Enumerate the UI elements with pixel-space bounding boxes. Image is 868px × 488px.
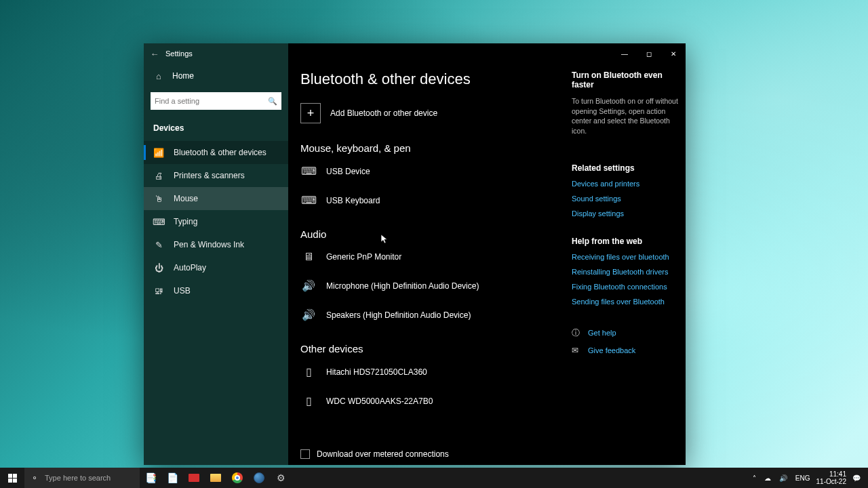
tray-language[interactable]: ENG [793, 474, 812, 482]
tip-heading: Turn on Bluetooth even faster [572, 70, 684, 89]
group-heading: Audio [300, 228, 558, 240]
get-help-link[interactable]: ⓘ Get help [572, 327, 684, 339]
nav-item-usb[interactable]: 🖳USB [144, 279, 288, 302]
metered-label: Download over metered connections [317, 449, 449, 459]
keyboard-icon: ⌨ [300, 165, 317, 178]
tip-body: To turn Bluetooth on or off without open… [572, 96, 684, 136]
help-link[interactable]: Sending files over Bluetooth [572, 298, 684, 306]
drive-icon: ▯ [300, 394, 317, 407]
titlebar: ← Settings ― ◻ ✕ [144, 43, 686, 64]
printers-icon: 🖨 [153, 170, 164, 181]
search-field[interactable]: 🔍 [151, 92, 281, 110]
device-row[interactable]: 🖥Generic PnP Monitor [300, 247, 558, 275]
device-name: Speakers (High Definition Audio Device) [326, 310, 471, 320]
get-help-label: Get help [588, 329, 616, 337]
device-name: WDC WD5000AAKS-22A7B0 [326, 396, 433, 406]
usb-icon: 🖳 [153, 285, 164, 296]
nav-label: USB [174, 286, 191, 296]
nav-item-autoplay[interactable]: ⏻AutoPlay [144, 256, 288, 279]
search-icon: 🔍 [268, 97, 277, 106]
device-name: Microphone (High Definition Audio Device… [326, 281, 479, 291]
taskbar: ⚬ Type here to search 📑 📄 ⚙ ˄ ☁ 🔊 ENG 11… [0, 468, 868, 488]
feedback-icon: ✉ [572, 346, 581, 355]
help-icon: ⓘ [572, 327, 581, 339]
autoplay-icon: ⏻ [153, 262, 164, 273]
start-button[interactable] [0, 468, 24, 488]
content-area: Bluetooth & other devices + Add Bluetoot… [288, 43, 686, 465]
nav-label: Mouse [174, 194, 198, 203]
checkbox-icon[interactable] [300, 449, 310, 459]
monitor-icon: 🖥 [300, 251, 317, 263]
maximize-button[interactable]: ◻ [637, 43, 661, 64]
tray-onedrive-icon[interactable]: ☁ [762, 474, 773, 482]
related-heading: Related settings [572, 163, 684, 173]
nav-label: Printers & scanners [174, 171, 245, 180]
mouse-icon: 🖱 [153, 193, 164, 204]
taskbar-search[interactable]: ⚬ Type here to search [24, 468, 140, 488]
related-link[interactable]: Devices and printers [572, 180, 684, 188]
section-heading: Devices [144, 119, 288, 141]
device-name: USB Keyboard [326, 196, 380, 205]
nav-label: Pen & Windows Ink [174, 240, 244, 249]
taskbar-app-4[interactable] [248, 468, 270, 488]
nav-label: Typing [174, 217, 197, 226]
device-name: USB Device [326, 167, 370, 176]
tray-date: 11-Oct-22 [816, 478, 846, 485]
bluetooth-icon: 📶 [153, 147, 164, 158]
plus-icon: + [300, 103, 321, 123]
device-row[interactable]: ▯WDC WD5000AAKS-22A7B0 [300, 390, 558, 420]
device-name: Generic PnP Monitor [326, 252, 401, 262]
metered-help-text: To help prevent extra charges, keep this… [300, 464, 524, 465]
nav-item-printers[interactable]: 🖨Printers & scanners [144, 164, 288, 187]
nav-item-typing[interactable]: ⌨Typing [144, 210, 288, 233]
help-link[interactable]: Fixing Bluetooth connections [572, 283, 684, 291]
minimize-button[interactable]: ― [612, 43, 637, 64]
device-name: Hitachi HDS721050CLA360 [326, 367, 427, 377]
add-device-button[interactable]: + Add Bluetooth or other device [300, 103, 558, 123]
tray-volume-icon[interactable]: 🔊 [777, 474, 789, 482]
sidebar: ⌂ Home 🔍 Devices 📶Bluetooth & other devi… [144, 43, 288, 465]
back-button[interactable]: ← [144, 49, 165, 59]
nav-label: AutoPlay [174, 263, 206, 272]
group-heading: Other devices [300, 343, 558, 354]
page-title: Bluetooth & other devices [300, 70, 558, 88]
nav-label: Bluetooth & other devices [174, 148, 267, 157]
taskbar-app-2[interactable]: 📄 [161, 468, 183, 488]
help-link[interactable]: Receiving files over bluetooth [572, 253, 684, 261]
group-heading: Mouse, keyboard, & pen [300, 142, 558, 154]
tray-time: 11:41 [816, 470, 846, 478]
pen-icon: ✎ [153, 239, 164, 250]
taskbar-chrome[interactable] [226, 468, 248, 488]
taskbar-app-1[interactable]: 📑 [140, 468, 161, 488]
window-title: Settings [165, 49, 193, 58]
device-row[interactable]: 🔊Microphone (High Definition Audio Devic… [300, 275, 558, 304]
nav-item-mouse[interactable]: 🖱Mouse [144, 187, 288, 210]
tray-chevron-icon[interactable]: ˄ [751, 474, 758, 482]
taskbar-settings[interactable]: ⚙ [270, 468, 292, 488]
taskbar-app-3[interactable] [183, 468, 205, 488]
give-feedback-link[interactable]: ✉ Give feedback [572, 346, 684, 355]
speaker-icon: 🔊 [300, 279, 317, 292]
device-row[interactable]: 🔊Speakers (High Definition Audio Device) [300, 304, 558, 333]
feedback-label: Give feedback [588, 346, 635, 354]
keyboard-icon: ⌨ [300, 194, 317, 207]
metered-checkbox-row[interactable]: Download over metered connections [300, 449, 558, 459]
typing-icon: ⌨ [153, 216, 164, 227]
help-link[interactable]: Reinstalling Bluetooth drivers [572, 268, 684, 276]
device-row[interactable]: ▯Hitachi HDS721050CLA360 [300, 361, 558, 390]
nav-item-bluetooth[interactable]: 📶Bluetooth & other devices [144, 141, 288, 164]
tray-notifications-icon[interactable]: 💬 [850, 474, 863, 482]
taskbar-file-explorer[interactable] [205, 468, 226, 488]
related-link[interactable]: Sound settings [572, 195, 684, 203]
related-link[interactable]: Display settings [572, 209, 684, 218]
device-row[interactable]: ⌨USB Device [300, 161, 558, 190]
device-row[interactable]: ⌨USB Keyboard [300, 190, 558, 219]
search-input[interactable] [155, 97, 268, 105]
home-link[interactable]: ⌂ Home [144, 64, 288, 88]
tray-clock[interactable]: 11:41 11-Oct-22 [816, 470, 846, 485]
help-heading: Help from the web [572, 237, 684, 246]
drive-icon: ▯ [300, 365, 317, 378]
nav-item-pen[interactable]: ✎Pen & Windows Ink [144, 233, 288, 256]
close-button[interactable]: ✕ [661, 43, 686, 64]
home-label: Home [172, 71, 194, 81]
